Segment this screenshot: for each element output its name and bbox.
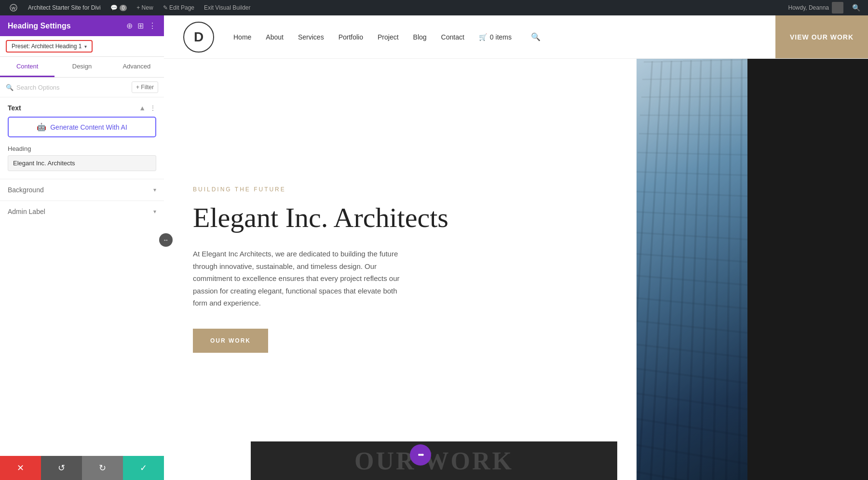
wp-logo-item[interactable]: W — [4, 0, 23, 15]
tab-content[interactable]: Content — [0, 57, 54, 77]
comment-count: 0 — [120, 5, 127, 11]
nav-cart[interactable]: 🛒 0 items — [479, 33, 512, 41]
text-section-header: Text ▲ ⋮ — [0, 97, 164, 117]
user-avatar — [832, 2, 843, 13]
our-work-text: ouR WORK — [354, 447, 514, 475]
tab-advanced[interactable]: Advanced — [109, 57, 164, 77]
preset-bar: Preset: Architect Heading 1 ▾ — [0, 36, 164, 57]
panel-header-icons: ⊕ ⊞ ⋮ — [126, 21, 156, 30]
wp-logo-icon: W — [9, 3, 18, 13]
section-header-icons: ▲ ⋮ — [139, 104, 156, 112]
exit-builder-item[interactable]: Exit Visual Builder — [199, 0, 256, 15]
search-placeholder: Search Options — [16, 84, 60, 91]
heading-value: Elegant Inc. Architects — [13, 160, 75, 167]
admin-label-chevron-icon: ▾ — [153, 208, 156, 215]
howdy-label: Howdy, Deanna — [788, 4, 829, 11]
nav-about[interactable]: About — [266, 33, 284, 41]
main-preview: D Home About Services Portfolio Project … — [164, 15, 868, 480]
panel-title: Heading Settings — [8, 22, 71, 30]
panel-grid-icon[interactable]: ⊞ — [137, 21, 144, 30]
dark-side-overlay — [747, 15, 868, 480]
cart-count: 0 items — [490, 33, 512, 41]
section-more-icon[interactable]: ⋮ — [149, 104, 156, 112]
wp-admin-bar: W Architect Starter Site for Divi 💬 0 + … — [0, 0, 868, 15]
background-section[interactable]: Background ▾ — [0, 179, 164, 200]
nav-blog[interactable]: Blog — [413, 33, 427, 41]
undo-icon: ↺ — [58, 463, 65, 473]
bottom-bar: ✕ ↺ ↻ ✓ — [0, 456, 164, 480]
site-search-icon[interactable]: 🔍 — [531, 32, 541, 41]
hero-title: Elegant Inc. Architects — [193, 202, 608, 233]
ai-generate-button[interactable]: 🤖 Generate Content With AI — [8, 117, 156, 137]
nav-services[interactable]: Services — [298, 33, 324, 41]
our-work-button[interactable]: OUR WORK — [193, 329, 268, 353]
float-menu-button[interactable]: ••• — [410, 444, 431, 466]
heading-label: Heading — [0, 145, 164, 155]
search-box: 🔍 Search Options — [6, 84, 128, 91]
drag-handle-icon: ↔ — [163, 237, 169, 243]
edit-page-label: ✎ Edit Page — [163, 4, 194, 11]
nav-portfolio[interactable]: Portfolio — [339, 33, 363, 41]
admin-bar-left: W Architect Starter Site for Divi 💬 0 + … — [4, 0, 788, 15]
website-preview: D Home About Services Portfolio Project … — [164, 15, 868, 480]
nav-home[interactable]: Home — [233, 33, 251, 41]
background-chevron-icon: ▾ — [153, 187, 156, 193]
site-navigation: D Home About Services Portfolio Project … — [164, 15, 868, 59]
new-label: + New — [136, 4, 153, 11]
hero-left-content: BUILDING THE FUTURE Elegant Inc. Archite… — [164, 59, 637, 480]
cancel-icon: ✕ — [17, 463, 24, 473]
hero-description: At Elegant Inc Architects, we are dedica… — [193, 248, 410, 309]
save-button[interactable]: ✓ — [123, 456, 164, 480]
ai-icon: 🤖 — [37, 122, 46, 132]
admin-label-text: Admin Label — [8, 208, 45, 215]
svg-text:W: W — [12, 6, 16, 11]
site-name-item[interactable]: Architect Starter Site for Divi — [23, 0, 106, 15]
search-filter-row: 🔍 Search Options + Filter — [0, 78, 164, 97]
comment-icon: 💬 — [110, 4, 118, 11]
panel-more-icon[interactable]: ⋮ — [149, 21, 156, 30]
nav-links: Home About Services Portfolio Project Bl… — [233, 32, 849, 41]
view-our-work-button[interactable]: VIEW OUR WORK — [775, 15, 868, 58]
redo-icon: ↻ — [99, 463, 106, 473]
logo-letter: D — [194, 29, 203, 45]
tab-design[interactable]: Design — [54, 57, 109, 77]
preset-label: Preset: Architect Heading 1 — [12, 43, 81, 50]
howdy-section: Howdy, Deanna — [788, 2, 844, 13]
nav-project[interactable]: Project — [378, 33, 399, 41]
view-work-label: VIEW OUR WORK — [790, 33, 854, 41]
site-logo[interactable]: D — [183, 22, 214, 53]
panel-content: Text ▲ ⋮ 🤖 Generate Content With AI Head… — [0, 97, 164, 480]
collapse-icon[interactable]: ▲ — [139, 104, 146, 112]
admin-bar-right: Howdy, Deanna 🔍 — [788, 2, 865, 13]
filter-button[interactable]: + Filter — [132, 81, 158, 93]
admin-search-icon[interactable]: 🔍 — [848, 4, 864, 12]
edit-page-item[interactable]: ✎ Edit Page — [158, 0, 199, 15]
comments-item[interactable]: 💬 0 — [106, 0, 132, 15]
admin-label-section[interactable]: Admin Label ▾ — [0, 200, 164, 222]
heading-input[interactable]: Elegant Inc. Architects — [8, 155, 156, 171]
text-section-title: Text — [8, 104, 21, 112]
save-icon: ✓ — [140, 463, 147, 473]
ai-button-label: Generate Content With AI — [50, 123, 127, 131]
preset-selector[interactable]: Preset: Architect Heading 1 ▾ — [6, 40, 93, 53]
our-work-watermark: ouR WORK — [251, 441, 617, 480]
preset-arrow-icon: ▾ — [84, 44, 87, 49]
redo-button[interactable]: ↻ — [82, 456, 123, 480]
search-icon: 🔍 — [6, 84, 14, 91]
panel-header: Heading Settings ⊕ ⊞ ⋮ — [0, 15, 164, 36]
float-menu-icon: ••• — [418, 451, 423, 459]
left-panel: Heading Settings ⊕ ⊞ ⋮ Preset: Architect… — [0, 15, 164, 480]
our-work-label: OUR WORK — [210, 337, 251, 344]
panel-search-icon[interactable]: ⊕ — [126, 21, 133, 30]
cart-icon: 🛒 — [479, 33, 487, 41]
hero-tag: BUILDING THE FUTURE — [193, 186, 608, 193]
panel-resize-handle[interactable]: ↔ — [159, 233, 173, 247]
cancel-button[interactable]: ✕ — [0, 456, 41, 480]
new-item[interactable]: + New — [132, 0, 158, 15]
site-name-label: Architect Starter Site for Divi — [28, 4, 101, 11]
filter-label: + Filter — [136, 84, 154, 91]
background-label: Background — [8, 186, 44, 194]
undo-button[interactable]: ↺ — [41, 456, 82, 480]
tabs-row: Content Design Advanced — [0, 57, 164, 78]
nav-contact[interactable]: Contact — [441, 33, 464, 41]
